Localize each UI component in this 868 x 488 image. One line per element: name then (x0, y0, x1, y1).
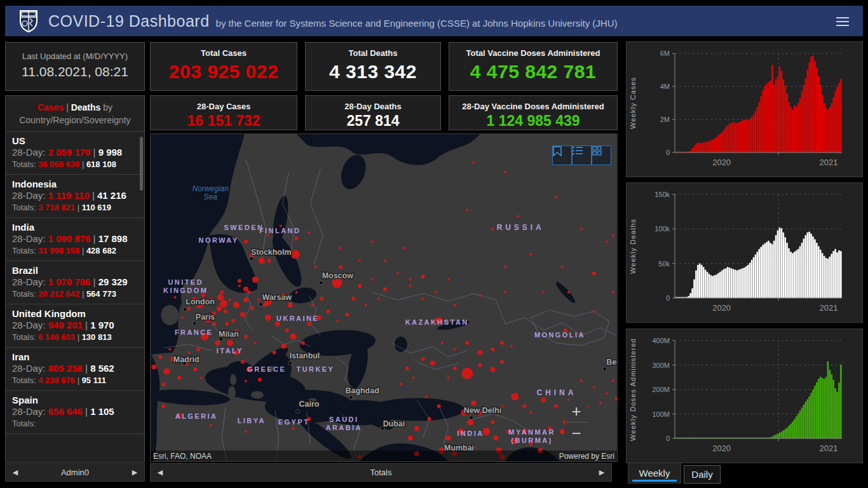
case-bubble[interactable] (292, 427, 295, 430)
case-bubble[interactable] (151, 365, 156, 370)
case-bubble[interactable] (326, 309, 330, 313)
case-bubble[interactable] (339, 247, 342, 249)
case-bubble[interactable] (187, 307, 191, 311)
country-row[interactable]: India28-Day: 1 090 876 | 17 898Totals: 3… (6, 218, 144, 261)
case-bubble[interactable] (351, 297, 355, 301)
case-bubble[interactable] (612, 234, 614, 236)
country-row[interactable]: Spain28-Day: 656 646 | 1 105Totals: (6, 391, 144, 434)
case-bubble[interactable] (285, 329, 289, 332)
case-bubble[interactable] (225, 322, 229, 326)
case-bubble[interactable] (193, 368, 197, 372)
case-bubble[interactable] (345, 313, 349, 316)
case-bubble[interactable] (371, 278, 374, 281)
zoom-out-button[interactable]: − (565, 422, 588, 444)
case-bubble[interactable] (229, 299, 231, 301)
case-bubble[interactable] (612, 291, 614, 294)
case-bubble[interactable] (471, 400, 476, 405)
case-bubble[interactable] (428, 417, 431, 421)
case-bubble[interactable] (511, 393, 519, 400)
case-bubble[interactable] (397, 272, 399, 274)
case-bubble[interactable] (403, 247, 405, 249)
case-bubble[interactable] (291, 250, 300, 259)
case-bubble[interactable] (491, 420, 494, 424)
case-bubble[interactable] (567, 291, 570, 294)
case-bubble[interactable] (504, 171, 506, 173)
case-bubble[interactable] (517, 215, 519, 218)
case-bubble[interactable] (336, 320, 339, 322)
country-row[interactable]: United Kingdom28-Day: 949 201 | 1 970Tot… (6, 304, 144, 348)
case-bubble[interactable] (275, 322, 280, 327)
case-bubble[interactable] (212, 322, 216, 326)
case-bubble[interactable] (437, 404, 441, 408)
case-bubble[interactable] (259, 257, 265, 264)
case-bubble[interactable] (168, 348, 171, 351)
case-bubble[interactable] (196, 348, 200, 351)
case-bubble[interactable] (163, 369, 170, 375)
tab-daily[interactable]: Daily (684, 465, 721, 484)
case-bubble[interactable] (510, 345, 513, 348)
case-bubble[interactable] (454, 348, 456, 351)
case-bubble[interactable] (377, 297, 380, 300)
world-map[interactable]: NorwegianSeaNORWAYSWEDENFINLANDRUSSIAUNI… (150, 133, 618, 462)
case-bubble[interactable] (425, 395, 428, 398)
case-bubble[interactable] (254, 342, 257, 344)
case-bubble[interactable] (177, 376, 181, 380)
case-bubble[interactable] (161, 404, 165, 408)
case-bubble[interactable] (493, 435, 498, 440)
bookmark-icon[interactable] (552, 146, 572, 165)
case-bubble[interactable] (181, 316, 184, 319)
case-bubble[interactable] (490, 367, 495, 372)
case-bubble[interactable] (542, 291, 545, 294)
case-bubble[interactable] (257, 299, 260, 301)
case-bubble[interactable] (491, 348, 494, 351)
case-bubble[interactable] (412, 377, 415, 379)
case-bubble[interactable] (447, 377, 450, 379)
case-bubble[interactable] (268, 259, 271, 262)
case-bubble[interactable] (240, 312, 245, 317)
case-bubble[interactable] (421, 274, 425, 278)
zoom-in-button[interactable]: + (565, 400, 588, 422)
case-bubble[interactable] (311, 304, 313, 306)
case-bubble[interactable] (408, 435, 413, 440)
case-bubble[interactable] (238, 279, 241, 283)
case-bubble[interactable] (258, 378, 262, 382)
case-bubble[interactable] (320, 297, 323, 301)
menu-hamburger-icon[interactable] (836, 15, 849, 25)
case-bubble[interactable] (467, 419, 473, 425)
tab-weekly[interactable]: Weekly (628, 463, 681, 484)
case-bubble[interactable] (522, 404, 526, 408)
case-bubble[interactable] (409, 278, 412, 281)
country-row[interactable]: Brazil28-Day: 1 070 786 | 29 329Totals: … (6, 261, 144, 304)
case-bubble[interactable] (358, 284, 362, 288)
country-row[interactable]: US28-Day: 2 059 170 | 9 998Totals: 36 05… (6, 132, 144, 175)
case-bubble[interactable] (371, 240, 374, 243)
case-bubble[interactable] (593, 386, 595, 388)
case-bubble[interactable] (161, 382, 165, 386)
case-bubble[interactable] (243, 287, 248, 292)
case-bubble[interactable] (220, 300, 227, 308)
case-bubble[interactable] (245, 379, 247, 382)
case-bubble[interactable] (477, 350, 482, 355)
case-bubble[interactable] (466, 341, 470, 345)
case-bubble[interactable] (308, 231, 310, 233)
case-bubble[interactable] (466, 209, 468, 212)
case-bubble[interactable] (422, 297, 424, 300)
case-bubble[interactable] (200, 377, 203, 379)
admin-prev-arrow-icon[interactable]: ◀ (6, 468, 25, 477)
case-bubble[interactable] (592, 271, 596, 275)
case-bubble[interactable] (233, 302, 240, 308)
case-bubble[interactable] (606, 392, 608, 395)
case-bubble[interactable] (454, 304, 456, 306)
case-bubble[interactable] (504, 266, 506, 268)
case-bubble[interactable] (243, 297, 248, 302)
case-bubble[interactable] (295, 236, 299, 240)
case-bubble[interactable] (231, 319, 235, 323)
case-bubble[interactable] (307, 322, 311, 326)
case-bubble[interactable] (561, 266, 564, 268)
case-bubble[interactable] (273, 351, 276, 355)
case-bubble[interactable] (560, 429, 565, 434)
case-bubble[interactable] (555, 196, 557, 199)
case-bubble[interactable] (241, 360, 245, 364)
case-bubble[interactable] (295, 291, 298, 294)
case-bubble[interactable] (210, 424, 212, 426)
